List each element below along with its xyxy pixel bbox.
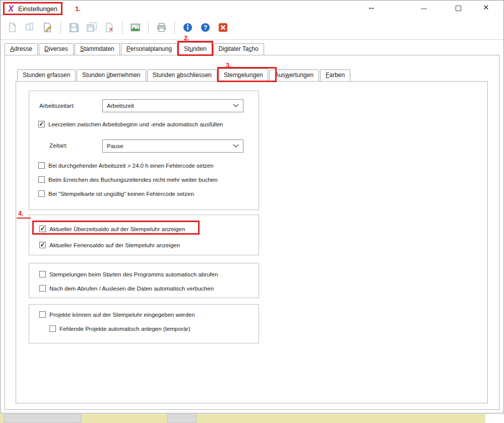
group-arbeitszeit: Arbeitszeitart: Arbeitszeit Leerzeiten z…	[29, 91, 259, 210]
minimize-button[interactable]	[421, 9, 427, 9]
checkbox-box[interactable]	[39, 285, 46, 292]
arbeitszeitart-select[interactable]: Arbeitszeit	[102, 99, 243, 112]
new-document-icon[interactable]	[6, 21, 19, 34]
chevron-down-icon	[233, 144, 239, 148]
checkbox-box[interactable]	[39, 242, 46, 248]
checkbox-projekte-anlegen[interactable]: Fehlende Projekte automatisch anlegen (t…	[49, 325, 191, 332]
zeitart-label: Zeitart:	[49, 143, 68, 149]
checkbox-buchungszeitende[interactable]: Beim Erreichen des Buchungszeitendes nic…	[38, 176, 218, 183]
checkbox-label: Bei durchgehender Arbeitszeit > 24.0 h e…	[48, 163, 214, 169]
arbeitszeitart-label: Arbeitszeitart:	[39, 103, 75, 109]
checkbox-box[interactable]	[38, 121, 45, 127]
help-icon[interactable]: ?	[199, 21, 212, 34]
settings-window: X Einstellungen 1. ↔ ✕	[0, 0, 504, 413]
export-image-icon[interactable]	[129, 21, 142, 34]
copy-icon[interactable]	[23, 21, 37, 34]
sub-tab-bar: Stunden erfassen Stunden übernehmen Stun…	[17, 69, 351, 82]
checkbox-automatisch-verbuchen[interactable]: Nach dem Abrufen / Auslesen die Daten au…	[39, 285, 214, 292]
toolbar: ?	[6, 21, 230, 34]
tab-digitaler-tacho[interactable]: Digitaler Tacho	[213, 43, 264, 55]
arbeitszeitart-value: Arbeitszeit	[107, 103, 134, 109]
toolbar-divider	[1, 39, 503, 40]
edit-icon[interactable]	[41, 21, 54, 34]
group-projekte: Projekte können auf der Stempeluhr einge…	[29, 304, 259, 343]
close-button[interactable]: ✕	[483, 3, 489, 12]
checkbox-box[interactable]	[39, 226, 46, 232]
subtab-stunden-abschliessen[interactable]: Stunden abschliessen	[147, 69, 217, 81]
toolbar-separator	[174, 21, 175, 34]
desktop-background-strip	[0, 414, 485, 423]
window-title: Einstellungen	[18, 5, 57, 13]
checkbox-label: Aktueller Überzeitsaldo auf der Stempelu…	[49, 226, 185, 232]
maximize-button[interactable]	[456, 6, 461, 11]
save-icon[interactable]	[67, 21, 81, 34]
checkbox-label: Beim Erreichen des Buchungszeitendes nic…	[48, 177, 218, 183]
stempelungen-panel: Arbeitszeitart: Arbeitszeit Leerzeiten z…	[16, 81, 488, 403]
checkbox-box[interactable]	[39, 271, 46, 277]
subtab-auswertungen[interactable]: Auswertungen	[269, 69, 319, 81]
tab-personalplanung[interactable]: Personalplanung	[121, 43, 177, 55]
checkbox-label: Nach dem Abrufen / Auslesen die Daten au…	[49, 286, 214, 292]
background-window-fragment	[167, 414, 197, 423]
background-window-fragment	[4, 414, 81, 423]
checkbox-feriensaldo[interactable]: Aktueller Feriensaldo auf der Stempeluhr…	[39, 241, 180, 249]
annotation-label-1: 1.	[75, 5, 81, 13]
checkbox-label: Bei "Stempelkarte ist ungültig" keinen F…	[48, 191, 194, 197]
subtab-stunden-uebernehmen[interactable]: Stunden übernehmen	[77, 69, 146, 81]
svg-text:?: ?	[204, 24, 208, 31]
toolbar-separator	[122, 21, 122, 34]
chevron-down-icon	[233, 104, 239, 108]
checkbox-box[interactable]	[38, 176, 45, 183]
delete-document-icon[interactable]	[102, 21, 116, 34]
save-as-icon[interactable]	[85, 21, 98, 34]
annotation-box-1: X Einstellungen	[3, 2, 62, 15]
tab-diverses[interactable]: Diverses	[39, 43, 74, 55]
checkbox-stempelkarte-ungueltig[interactable]: Bei "Stempelkarte ist ungültig" keinen F…	[38, 190, 194, 197]
tab-stunden-label: Stunden	[184, 45, 207, 52]
annotation-label-4: 4.	[18, 209, 24, 217]
checkbox-leerzeiten[interactable]: Leerzeiten zwischen Arbeitsbeginn und -e…	[38, 120, 223, 128]
checkbox-box[interactable]	[38, 162, 45, 169]
exit-icon[interactable]	[216, 21, 230, 34]
checkbox-box[interactable]	[39, 311, 46, 318]
checkbox-label: Aktueller Feriensaldo auf der Stempeluhr…	[49, 242, 180, 248]
subtab-farben[interactable]: Farben	[320, 69, 350, 81]
zeitart-value: Pause	[107, 143, 123, 149]
resize-arrows-icon: ↔	[367, 3, 375, 12]
annotation-dash-4	[17, 218, 31, 219]
checkbox-label: Stempelungen beim Starten des Programms …	[49, 271, 218, 277]
checkbox-box[interactable]	[49, 325, 56, 332]
annotation-label-2: 2.	[184, 32, 190, 44]
group-stempelungen-abruf: Stempelungen beim Starten des Programms …	[29, 263, 259, 298]
toolbar-separator	[60, 21, 61, 34]
subtab-stunden-erfassen[interactable]: Stunden erfassen	[17, 69, 76, 81]
checkbox-label: Projekte können auf der Stempeluhr einge…	[49, 312, 195, 318]
checkbox-automatisch-abrufen[interactable]: Stempelungen beim Starten des Programms …	[39, 270, 218, 278]
app-logo-icon: X	[7, 5, 15, 13]
checkbox-box[interactable]	[38, 190, 45, 197]
subtab-stempelungen[interactable]: Stempelungen 3.	[218, 68, 268, 82]
group-saldo-anzeige: Aktueller Überzeitsaldo auf der Stempelu…	[29, 215, 259, 255]
tab-stunden[interactable]: Stunden 2.	[178, 42, 212, 55]
tab-adresse[interactable]: Adresse	[5, 43, 38, 55]
tab-stammdaten[interactable]: Stammdaten	[75, 43, 120, 55]
toolbar-separator	[148, 21, 149, 34]
subtab-stempelungen-label: Stempelungen	[224, 72, 263, 79]
checkbox-ueberzeitsaldo[interactable]: Aktueller Überzeitsaldo auf der Stempelu…	[39, 225, 185, 233]
print-icon[interactable]	[155, 21, 168, 34]
checkbox-label: Fehlende Projekte automatisch anlegen (t…	[59, 326, 191, 332]
checkbox-fehlercode-24h[interactable]: Bei durchgehender Arbeitszeit > 24.0 h e…	[38, 162, 214, 169]
checkbox-projekte-stempeluhr[interactable]: Projekte können auf der Stempeluhr einge…	[39, 311, 195, 318]
annotation-label-3: 3.	[226, 59, 231, 72]
title-bar[interactable]: X Einstellungen 1. ↔ ✕	[1, 1, 503, 17]
zeitart-select[interactable]: Pause	[102, 139, 243, 153]
main-tab-bar: Adresse Diverses Stammdaten Personalplan…	[5, 43, 265, 55]
checkbox-label: Leerzeiten zwischen Arbeitsbeginn und -e…	[48, 121, 223, 127]
